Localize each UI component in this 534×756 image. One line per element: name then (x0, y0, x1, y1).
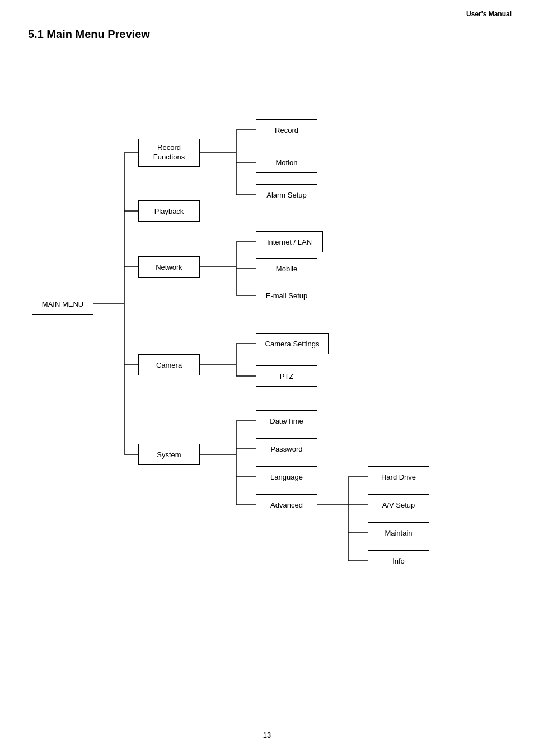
date-time-node: Date/Time (256, 410, 317, 431)
info-node: Info (368, 550, 429, 571)
camera-node: Camera (138, 354, 200, 375)
record-functions-node: RecordFunctions (138, 139, 200, 167)
advanced-node: Advanced (256, 494, 317, 515)
main-menu-node: MAIN MENU (32, 293, 93, 315)
password-node: Password (256, 438, 317, 459)
manual-label: User's Manual (0, 0, 534, 18)
hard-drive-node: Hard Drive (368, 466, 429, 487)
page-title: 5.1 Main Menu Preview (0, 18, 534, 41)
network-node: Network (138, 256, 200, 278)
playback-node: Playback (138, 200, 200, 222)
record-node: Record (256, 119, 317, 140)
camera-settings-node: Camera Settings (256, 333, 329, 354)
page-number: 13 (0, 731, 534, 739)
ptz-node: PTZ (256, 365, 317, 387)
diagram: MAIN MENU RecordFunctions Playback Netwo… (15, 52, 519, 584)
mobile-node: Mobile (256, 258, 317, 279)
internet-lan-node: Internet / LAN (256, 231, 323, 252)
alarm-setup-node: Alarm Setup (256, 184, 317, 205)
system-node: System (138, 444, 200, 465)
motion-node: Motion (256, 152, 317, 173)
email-setup-node: E-mail Setup (256, 285, 317, 306)
maintain-node: Maintain (368, 522, 429, 543)
language-node: Language (256, 466, 317, 487)
av-setup-node: A/V Setup (368, 494, 429, 515)
